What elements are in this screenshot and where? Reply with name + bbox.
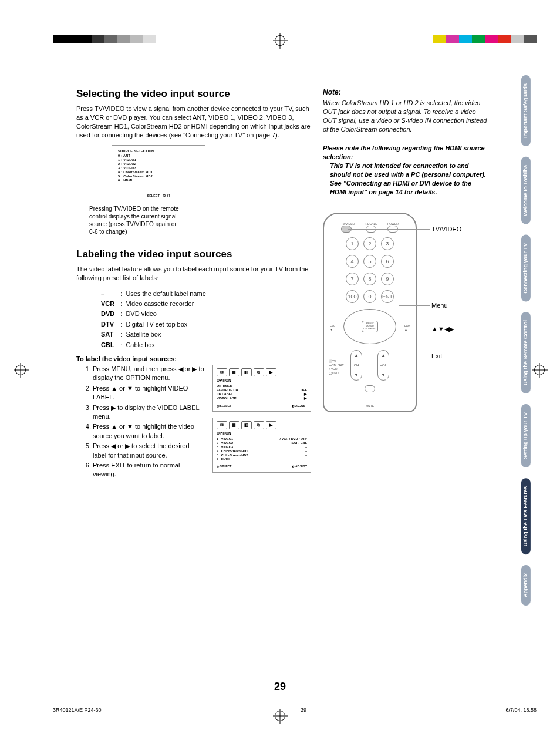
menu-row-val: – / VCR / DVD / DTV — [277, 437, 307, 441]
osd-footer: SELECT : [0-6] — [118, 194, 199, 198]
reg-swatch — [143, 35, 156, 43]
menu-row-key: VIDEO LABEL — [217, 396, 238, 401]
remote-label-power: POWER — [387, 222, 399, 226]
section-tab: Using the TV's Features — [521, 478, 531, 554]
reg-swatch — [472, 35, 485, 43]
heading-labeling: Labeling the video input sources — [76, 248, 311, 260]
menu-row-key: FAVORITE CH — [217, 388, 238, 392]
menu-row-key: 3 : VIDEO3 — [217, 445, 233, 449]
section-tab: Connecting your TV — [521, 235, 531, 302]
menu-row-val: – — [305, 453, 307, 458]
label-key: DVD — [101, 310, 119, 318]
reg-swatch — [485, 35, 498, 43]
number-button-icon: 4 — [346, 255, 359, 268]
label-key: SAT — [101, 330, 119, 339]
number-button-icon: 2 — [363, 237, 376, 250]
section-tabs: Important SafeguardsWelcome to ToshibaCo… — [521, 75, 540, 616]
note-heading: Note: — [323, 88, 487, 96]
step-item: Press ▲ or ▼ to highlight VIDEO LABEL. — [93, 384, 204, 402]
step-item: Press ▲ or ▼ to highlight the video sour… — [93, 422, 204, 440]
reg-swatch — [446, 35, 459, 43]
steps-list: Press MENU, and then press ◀ or ▶ to dis… — [76, 365, 204, 480]
footer-left: 3R40121A/E P24-30 — [53, 707, 102, 713]
label-key: – — [101, 290, 119, 298]
number-button-icon: 1 — [346, 237, 359, 250]
remote-control-illustration: TV/VIDEO RECALL POWER 1234567891000ENT M… — [323, 213, 417, 412]
remote-fav-left: FAV▼ — [330, 324, 335, 331]
menu-row-val: ▶ — [304, 396, 307, 401]
label-desc: : Cable box — [120, 341, 206, 349]
label-key: DTV — [101, 320, 119, 329]
footer-right: 6/7/04, 18:58 — [505, 707, 537, 713]
osd-item: 2 : VIDEO2 — [118, 162, 199, 166]
number-button-icon: 100 — [346, 290, 359, 303]
remote-mode-labels: ⬜TV▬CBL/SAT▷VCR◯DVD — [329, 359, 343, 375]
step-item: Press ▶ to display the VIDEO LABEL menu. — [93, 403, 204, 422]
step-item: Press MENU, and then press ◀ or ▶ to dis… — [93, 365, 204, 383]
section-tab: Setting up your TV — [521, 404, 531, 467]
section-tab: Using the Remote Control — [521, 312, 531, 393]
hdmi-note-body: This TV is not intended for connection t… — [323, 162, 487, 196]
number-button-icon: 9 — [381, 273, 394, 285]
preset-label-list: –: Uses the default label nameVCR: Video… — [100, 288, 207, 351]
remote-label-recall: RECALL — [366, 222, 377, 226]
menu-row-key: 5 : ColorStream HD2 — [217, 453, 248, 458]
step-item: Press ◀ or ▶ to select the desired label… — [93, 442, 204, 460]
reg-swatch — [92, 35, 104, 43]
label-desc: : Satellite box — [120, 330, 206, 339]
osd-item: 4 : ColorStream HD1 — [118, 170, 199, 174]
reg-swatch — [104, 35, 117, 43]
menu-row-val: – — [305, 457, 307, 461]
menu-row-key: 1 : VIDEO1 — [217, 437, 233, 441]
menu-row-key: 6 : HDMI — [217, 457, 230, 461]
number-button-icon: 7 — [346, 273, 359, 285]
registration-top — [0, 35, 560, 47]
label-desc: : Uses the default label name — [120, 290, 206, 298]
remote-label-mute: MUTE — [366, 404, 374, 408]
osd-item: 5 : ColorStream HD2 — [118, 174, 199, 179]
menu-option-1: ✉▦◧⧉▶ OPTION ON TIMERFAVORITE CHOFFCH LA… — [212, 365, 311, 412]
number-button-icon: 5 — [363, 255, 376, 268]
label-desc: : Video cassette recorder — [120, 300, 206, 308]
section-tab: Important Safeguards — [521, 75, 531, 146]
menu-row-val: SAT / CBL — [292, 441, 307, 445]
reg-swatch — [498, 35, 511, 43]
menu-option-2: ✉▦◧⧉▶ OPTION 1 : VIDEO1– / VCR / DVD / D… — [212, 418, 311, 473]
label-desc: : DVD video — [120, 310, 206, 318]
intro-selecting: Press TV/VIDEO to view a signal from ano… — [76, 105, 311, 139]
section-tab: Welcome to Toshiba — [521, 157, 531, 224]
page-number: 29 — [0, 681, 560, 693]
callout-line — [392, 356, 430, 356]
reg-swatch — [433, 35, 446, 43]
menu-foot-adjust: ◐:ADJUST — [292, 465, 307, 468]
menu-foot-adjust: ◐:ADJUST — [292, 404, 307, 408]
osd-item: 0 : ANT — [118, 154, 199, 158]
number-button-icon: 3 — [381, 237, 394, 250]
osd-item: 6 : HDMI — [118, 179, 199, 183]
crosshair-icon — [275, 35, 285, 46]
menu-title: OPTION — [217, 378, 307, 383]
osd-item: 3 : VIDEO3 — [118, 166, 199, 170]
label-desc: : Digital TV set-top box — [120, 320, 206, 329]
menu-title: OPTION — [217, 431, 307, 436]
menu-row-val: – — [305, 445, 307, 449]
ch-rocker-icon: ▲CH▼ — [350, 350, 362, 381]
label-key: VCR — [101, 300, 119, 308]
osd-title: SOURCE SELECTION — [118, 149, 199, 153]
menu-row-val: OFF — [301, 388, 307, 392]
number-button-icon: 8 — [363, 273, 376, 285]
dpad-icon: MENU/ENTERDVD MENU — [343, 309, 396, 344]
reg-swatch — [53, 35, 66, 43]
menu-row-val: – — [305, 449, 307, 453]
callout-tvvideo: TV/VIDEO — [431, 226, 461, 233]
menu-row-key: ON TIMER — [217, 384, 232, 388]
subhead-steps: To label the video input sources: — [76, 355, 311, 362]
reg-swatch — [130, 35, 143, 43]
step-item: Press EXIT to return to normal viewing. — [93, 461, 204, 479]
reg-swatch — [524, 35, 537, 43]
menu-row-key: 4 : ColorStream HD1 — [217, 449, 248, 453]
callout-arrows: ▲▼◀▶ — [431, 325, 454, 333]
callout-menu: Menu — [431, 302, 448, 309]
osd-item: 1 : VIDEO1 — [118, 158, 199, 162]
crosshair-icon — [15, 365, 26, 375]
